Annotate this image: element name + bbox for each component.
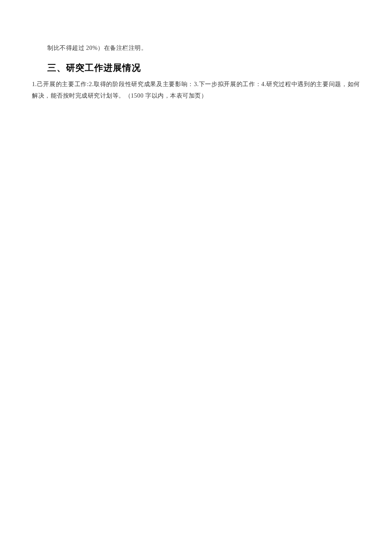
body-paragraph: 1.己开展的主要工作:2.取得的阶段性研究成果及主要影响：3.下一步拟开展的工作…: [32, 79, 360, 101]
continuation-text: 制比不得超过 20%）在备注栏注明。: [47, 43, 360, 53]
section-heading-three: 三、研突工作进展情况: [47, 62, 360, 74]
